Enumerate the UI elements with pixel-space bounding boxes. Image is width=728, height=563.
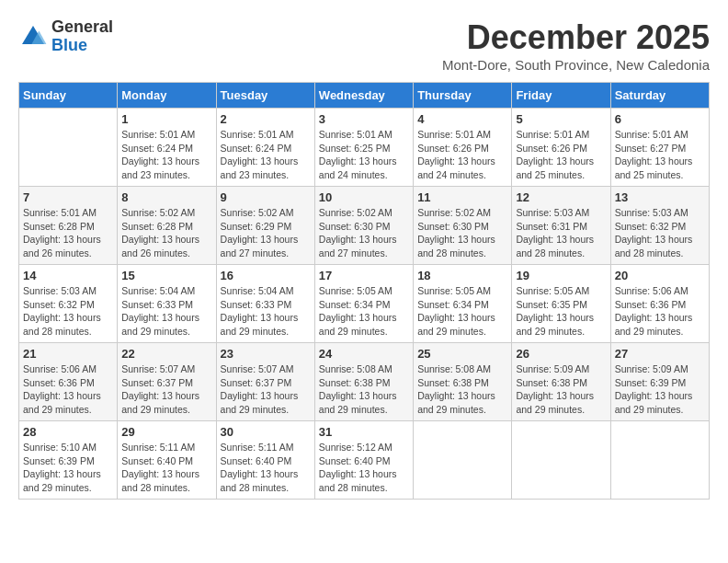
day-info: Sunrise: 5:01 AMSunset: 6:27 PMDaylight:… [615,128,705,182]
day-number: 27 [615,347,705,361]
day-info: Sunrise: 5:01 AMSunset: 6:24 PMDaylight:… [121,128,211,182]
day-number: 1 [121,112,211,126]
week-row-2: 7Sunrise: 5:01 AMSunset: 6:28 PMDaylight… [19,187,710,265]
day-number: 14 [23,269,113,282]
calendar-cell: 25Sunrise: 5:08 AMSunset: 6:38 PMDayligh… [414,343,512,421]
calendar-cell: 4Sunrise: 5:01 AMSunset: 6:26 PMDaylight… [414,109,512,187]
day-number: 10 [319,190,409,204]
day-info: Sunrise: 5:02 AMSunset: 6:30 PMDaylight:… [319,206,409,260]
day-info: Sunrise: 5:07 AMSunset: 6:37 PMDaylight:… [121,362,211,417]
calendar-cell [414,421,512,500]
calendar-cell [512,421,610,500]
calendar-cell: 13Sunrise: 5:03 AMSunset: 6:32 PMDayligh… [610,187,709,265]
calendar-cell: 12Sunrise: 5:03 AMSunset: 6:31 PMDayligh… [512,187,610,265]
day-number: 11 [417,190,507,204]
day-number: 23 [221,347,311,361]
calendar-cell: 18Sunrise: 5:05 AMSunset: 6:34 PMDayligh… [414,265,512,343]
week-row-5: 28Sunrise: 5:10 AMSunset: 6:39 PMDayligh… [19,421,710,500]
logo-icon [18,22,48,52]
day-number: 13 [615,190,705,204]
calendar-cell: 19Sunrise: 5:05 AMSunset: 6:35 PMDayligh… [512,265,610,343]
month-title: December 2025 [442,18,710,57]
day-info: Sunrise: 5:08 AMSunset: 6:38 PMDaylight:… [319,362,409,417]
day-header-sunday: Sunday [19,83,118,109]
calendar-cell: 26Sunrise: 5:09 AMSunset: 6:38 PMDayligh… [512,343,610,421]
calendar-table: SundayMondayTuesdayWednesdayThursdayFrid… [18,82,710,500]
calendar-cell: 16Sunrise: 5:04 AMSunset: 6:33 PMDayligh… [216,265,314,343]
day-info: Sunrise: 5:01 AMSunset: 6:25 PMDaylight:… [319,128,409,182]
day-number: 18 [417,269,507,282]
day-info: Sunrise: 5:06 AMSunset: 6:36 PMDaylight:… [23,362,113,417]
day-info: Sunrise: 5:05 AMSunset: 6:34 PMDaylight:… [417,284,507,339]
calendar-cell: 11Sunrise: 5:02 AMSunset: 6:30 PMDayligh… [414,187,512,265]
day-info: Sunrise: 5:05 AMSunset: 6:34 PMDaylight:… [319,284,409,339]
day-info: Sunrise: 5:07 AMSunset: 6:37 PMDaylight:… [221,362,311,417]
day-number: 22 [121,347,211,361]
calendar-cell: 14Sunrise: 5:03 AMSunset: 6:32 PMDayligh… [19,265,118,343]
day-info: Sunrise: 5:05 AMSunset: 6:35 PMDaylight:… [516,284,606,339]
day-number: 31 [319,425,409,439]
calendar-cell [610,421,709,500]
day-info: Sunrise: 5:03 AMSunset: 6:31 PMDaylight:… [516,206,606,260]
calendar-cell: 1Sunrise: 5:01 AMSunset: 6:24 PMDaylight… [118,109,216,187]
day-number: 15 [121,269,211,282]
day-number: 19 [516,269,606,282]
calendar-cell: 29Sunrise: 5:11 AMSunset: 6:40 PMDayligh… [118,421,216,500]
calendar-cell: 21Sunrise: 5:06 AMSunset: 6:36 PMDayligh… [19,343,118,421]
day-info: Sunrise: 5:09 AMSunset: 6:39 PMDaylight:… [615,362,705,417]
day-info: Sunrise: 5:08 AMSunset: 6:38 PMDaylight:… [417,362,507,417]
calendar-cell: 27Sunrise: 5:09 AMSunset: 6:39 PMDayligh… [610,343,709,421]
day-number: 21 [23,347,113,361]
day-number: 6 [615,112,705,126]
day-info: Sunrise: 5:02 AMSunset: 6:29 PMDaylight:… [221,206,311,260]
location-subtitle: Mont-Dore, South Province, New Caledonia [442,57,710,73]
day-number: 17 [319,269,409,282]
day-info: Sunrise: 5:03 AMSunset: 6:32 PMDaylight:… [23,284,113,339]
day-number: 9 [221,190,311,204]
calendar-cell: 24Sunrise: 5:08 AMSunset: 6:38 PMDayligh… [314,343,413,421]
calendar-cell: 17Sunrise: 5:05 AMSunset: 6:34 PMDayligh… [314,265,413,343]
day-info: Sunrise: 5:10 AMSunset: 6:39 PMDaylight:… [23,441,113,495]
calendar-cell: 10Sunrise: 5:02 AMSunset: 6:30 PMDayligh… [314,187,413,265]
day-header-wednesday: Wednesday [314,83,413,109]
calendar-cell: 20Sunrise: 5:06 AMSunset: 6:36 PMDayligh… [610,265,709,343]
week-row-4: 21Sunrise: 5:06 AMSunset: 6:36 PMDayligh… [19,343,710,421]
day-info: Sunrise: 5:01 AMSunset: 6:24 PMDaylight:… [221,128,311,182]
day-number: 12 [516,190,606,204]
day-info: Sunrise: 5:11 AMSunset: 6:40 PMDaylight:… [221,441,311,495]
day-number: 20 [615,269,705,282]
day-number: 8 [121,190,211,204]
day-number: 30 [221,425,311,439]
calendar-cell: 23Sunrise: 5:07 AMSunset: 6:37 PMDayligh… [216,343,314,421]
calendar-cell: 9Sunrise: 5:02 AMSunset: 6:29 PMDaylight… [216,187,314,265]
week-row-3: 14Sunrise: 5:03 AMSunset: 6:32 PMDayligh… [19,265,710,343]
day-header-thursday: Thursday [414,83,512,109]
logo: General Blue [18,18,113,55]
calendar-cell: 22Sunrise: 5:07 AMSunset: 6:37 PMDayligh… [118,343,216,421]
calendar-cell: 2Sunrise: 5:01 AMSunset: 6:24 PMDaylight… [216,109,314,187]
day-info: Sunrise: 5:11 AMSunset: 6:40 PMDaylight:… [121,441,211,495]
page-header: General Blue December 2025 Mont-Dore, So… [18,18,710,73]
day-info: Sunrise: 5:09 AMSunset: 6:38 PMDaylight:… [516,362,606,417]
day-info: Sunrise: 5:12 AMSunset: 6:40 PMDaylight:… [319,441,409,495]
day-number: 16 [221,269,311,282]
calendar-cell: 3Sunrise: 5:01 AMSunset: 6:25 PMDaylight… [314,109,413,187]
day-info: Sunrise: 5:04 AMSunset: 6:33 PMDaylight:… [121,284,211,339]
calendar-cell: 8Sunrise: 5:02 AMSunset: 6:28 PMDaylight… [118,187,216,265]
title-area: December 2025 Mont-Dore, South Province,… [442,18,710,73]
day-number: 29 [121,425,211,439]
day-number: 28 [23,425,113,439]
logo-general: General [51,18,113,37]
week-row-1: 1Sunrise: 5:01 AMSunset: 6:24 PMDaylight… [19,109,710,187]
day-info: Sunrise: 5:04 AMSunset: 6:33 PMDaylight:… [221,284,311,339]
day-info: Sunrise: 5:02 AMSunset: 6:28 PMDaylight:… [121,206,211,260]
day-number: 26 [516,347,606,361]
day-number: 24 [319,347,409,361]
calendar-cell: 5Sunrise: 5:01 AMSunset: 6:26 PMDaylight… [512,109,610,187]
calendar-header-row: SundayMondayTuesdayWednesdayThursdayFrid… [19,83,710,109]
day-number: 7 [23,190,113,204]
calendar-cell: 7Sunrise: 5:01 AMSunset: 6:28 PMDaylight… [19,187,118,265]
day-number: 3 [319,112,409,126]
calendar-cell: 6Sunrise: 5:01 AMSunset: 6:27 PMDaylight… [610,109,709,187]
calendar-cell: 28Sunrise: 5:10 AMSunset: 6:39 PMDayligh… [19,421,118,500]
